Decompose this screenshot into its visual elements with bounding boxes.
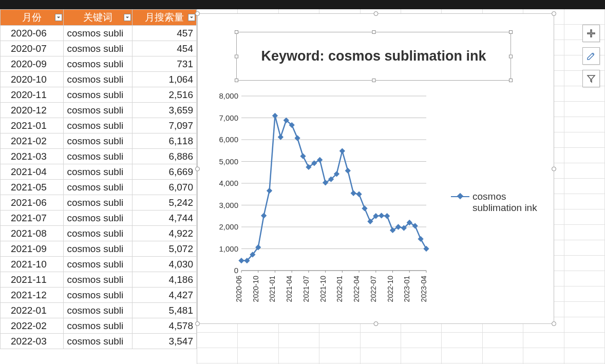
cell-keyword[interactable]: cosmos subli: [64, 195, 133, 210]
filter-dropdown-icon[interactable]: [124, 14, 131, 21]
cell-month[interactable]: 2021-06: [1, 195, 64, 210]
cell-value[interactable]: 6,070: [133, 180, 197, 195]
chart-styles-button[interactable]: [582, 47, 600, 65]
chart-marker[interactable]: [351, 190, 356, 196]
chart-marker[interactable]: [390, 227, 395, 233]
cell-keyword[interactable]: cosmos subli: [64, 226, 133, 241]
table-row[interactable]: 2020-06cosmos subli457: [1, 26, 197, 41]
cell-month[interactable]: 2021-10: [1, 257, 64, 272]
cell-keyword[interactable]: cosmos subli: [64, 180, 133, 195]
cell-keyword[interactable]: cosmos subli: [64, 272, 133, 288]
table-row[interactable]: 2022-02cosmos subli4,578: [1, 318, 197, 334]
cell-keyword[interactable]: cosmos subli: [64, 133, 133, 149]
cell-month[interactable]: 2020-12: [1, 103, 64, 118]
table-row[interactable]: 2021-09cosmos subli5,072: [1, 241, 197, 257]
cell-month[interactable]: 2020-09: [1, 56, 64, 72]
chart-marker[interactable]: [345, 168, 351, 174]
table-row[interactable]: 2021-07cosmos subli4,744: [1, 210, 197, 226]
table-row[interactable]: 2021-03cosmos subli6,886: [1, 149, 197, 164]
cell-month[interactable]: 2022-02: [1, 318, 64, 334]
resize-handle[interactable]: [195, 11, 200, 16]
chart-marker[interactable]: [356, 191, 362, 197]
cell-month[interactable]: 2020-10: [1, 72, 64, 87]
title-handle[interactable]: [509, 79, 513, 82]
resize-handle[interactable]: [373, 321, 378, 326]
chart-marker[interactable]: [317, 157, 323, 163]
chart-marker[interactable]: [412, 223, 418, 228]
title-handle[interactable]: [372, 30, 375, 34]
chart-marker[interactable]: [278, 134, 283, 140]
col-header-volume[interactable]: 月搜索量: [133, 10, 197, 26]
cell-value[interactable]: 4,030: [133, 257, 197, 272]
chart-marker[interactable]: [379, 213, 384, 218]
table-row[interactable]: 2022-03cosmos subli3,547: [1, 334, 197, 349]
table-row[interactable]: 2021-12cosmos subli4,427: [1, 288, 197, 303]
cell-keyword[interactable]: cosmos subli: [64, 288, 133, 303]
table-row[interactable]: 2020-09cosmos subli731: [1, 56, 197, 72]
cell-keyword[interactable]: cosmos subli: [64, 318, 133, 334]
filter-dropdown-icon[interactable]: [188, 14, 195, 21]
chart-marker[interactable]: [300, 154, 306, 159]
title-handle[interactable]: [372, 79, 375, 82]
cell-month[interactable]: 2021-03: [1, 149, 64, 164]
cell-value[interactable]: 6,669: [133, 164, 197, 180]
chart-marker[interactable]: [261, 213, 267, 218]
table-row[interactable]: 2021-05cosmos subli6,070: [1, 180, 197, 195]
cell-value[interactable]: 4,744: [133, 210, 197, 226]
table-row[interactable]: 2021-11cosmos subli4,186: [1, 272, 197, 288]
cell-keyword[interactable]: cosmos subli: [64, 149, 133, 164]
resize-handle[interactable]: [552, 321, 556, 326]
filter-dropdown-icon[interactable]: [55, 14, 62, 21]
table-row[interactable]: 2020-12cosmos subli3,659: [1, 103, 197, 118]
table-row[interactable]: 2021-01cosmos subli7,097: [1, 118, 197, 133]
cell-month[interactable]: 2022-01: [1, 303, 64, 318]
title-handle[interactable]: [509, 54, 513, 58]
cell-keyword[interactable]: cosmos subli: [64, 210, 133, 226]
cell-keyword[interactable]: cosmos subli: [64, 303, 133, 318]
col-header-month[interactable]: 月份: [1, 10, 64, 26]
cell-keyword[interactable]: cosmos subli: [64, 87, 133, 103]
chart-filter-button[interactable]: [582, 70, 600, 87]
table-row[interactable]: 2021-08cosmos subli4,922: [1, 226, 197, 241]
cell-value[interactable]: 4,427: [133, 288, 197, 303]
cell-keyword[interactable]: cosmos subli: [64, 334, 133, 349]
cell-value[interactable]: 5,242: [133, 195, 197, 210]
cell-value[interactable]: 1,064: [133, 72, 197, 87]
table-row[interactable]: 2020-10cosmos subli1,064: [1, 72, 197, 87]
resize-handle[interactable]: [373, 11, 378, 16]
title-handle[interactable]: [235, 54, 238, 58]
chart-elements-button[interactable]: [582, 25, 600, 42]
chart-marker[interactable]: [294, 135, 300, 141]
cell-value[interactable]: 6,886: [133, 149, 197, 164]
cell-keyword[interactable]: cosmos subli: [64, 257, 133, 272]
title-handle[interactable]: [235, 30, 238, 34]
cell-month[interactable]: 2020-07: [1, 41, 64, 56]
chart-legend[interactable]: cosmos sublimation ink: [451, 191, 543, 214]
cell-month[interactable]: 2021-12: [1, 288, 64, 303]
chart-marker[interactable]: [418, 236, 423, 242]
cell-month[interactable]: 2020-06: [1, 26, 64, 41]
cell-month[interactable]: 2021-11: [1, 272, 64, 288]
table-row[interactable]: 2020-07cosmos subli454: [1, 41, 197, 56]
cell-value[interactable]: 7,097: [133, 118, 197, 133]
cell-month[interactable]: 2021-04: [1, 164, 64, 180]
cell-keyword[interactable]: cosmos subli: [64, 41, 133, 56]
cell-value[interactable]: 454: [133, 41, 197, 56]
resize-handle[interactable]: [195, 166, 200, 171]
chart-marker[interactable]: [323, 180, 328, 185]
title-handle[interactable]: [509, 30, 513, 34]
table-row[interactable]: 2021-02cosmos subli6,118: [1, 133, 197, 149]
chart-marker[interactable]: [362, 205, 367, 211]
chart-marker[interactable]: [395, 224, 401, 229]
cell-value[interactable]: 4,186: [133, 272, 197, 288]
data-table[interactable]: 月份 关键词 月搜索量: [0, 9, 197, 364]
cell-month[interactable]: 2020-11: [1, 87, 64, 103]
table-row[interactable]: 2021-10cosmos subli4,030: [1, 257, 197, 272]
chart-marker[interactable]: [267, 188, 272, 194]
cell-value[interactable]: 457: [133, 26, 197, 41]
cell-value[interactable]: 731: [133, 56, 197, 72]
chart-marker[interactable]: [384, 213, 390, 219]
resize-handle[interactable]: [195, 321, 200, 326]
cell-keyword[interactable]: cosmos subli: [64, 56, 133, 72]
cell-value[interactable]: 3,659: [133, 103, 197, 118]
